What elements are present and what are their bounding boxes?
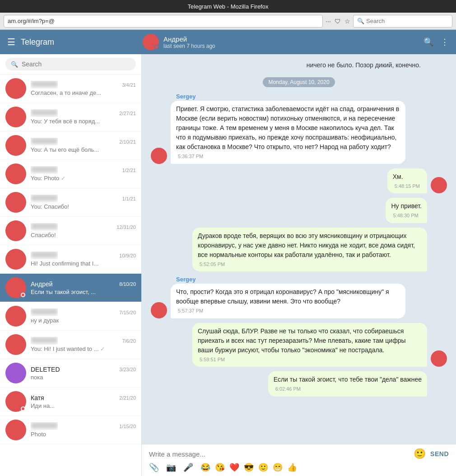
emoji-smile[interactable]: 🙂	[258, 462, 268, 472]
chat-preview-2: You: У тебя всё в поряд...	[31, 118, 136, 125]
msg-sender-5: Sergey	[176, 276, 405, 283]
msg-group-4: Дураков вроде тебя, верящих во всю эту м…	[151, 228, 447, 272]
chat-avatar-9	[5, 306, 26, 327]
chat-preview-10: You: Hi! I just wanted to ... ✓	[31, 345, 136, 352]
browser-search-text: Search	[366, 18, 385, 24]
chat-name-2	[31, 109, 58, 117]
address-bar[interactable]: am.org/#/im?p=@	[4, 15, 323, 28]
msg-time-2: 5:48:15 PM	[393, 182, 422, 190]
msg-text-7: Если ты такой эгоист, что тебе твои "дел…	[274, 376, 422, 383]
chat-item-5[interactable]: 1/1/21 You: Спасибо!	[0, 188, 141, 217]
chat-preview-6: Спасибо!	[31, 232, 136, 238]
msg-bubble-4: Дураков вроде тебя, верящих во всю эту м…	[192, 228, 427, 272]
sidebar-search-wrap[interactable]: 🔍	[5, 58, 136, 70]
chat-time-3: 2/10/21	[119, 139, 136, 145]
emoji-button[interactable]: 🙂	[414, 448, 426, 460]
tg-header-left: ☰ Telegram	[7, 37, 143, 47]
chat-name-1	[31, 81, 58, 89]
emoji-heart[interactable]: ❤️	[229, 462, 239, 472]
chat-time-11: 3/23/20	[119, 367, 136, 372]
msg-time-4: 5:52:05 PM	[198, 261, 422, 268]
msg-group-3: Ну привет. 5:48:30 PM	[151, 198, 447, 223]
partial-top-message: ничего не было. Позор дикий, конечно.	[151, 61, 447, 69]
sidebar-search-input[interactable]	[22, 61, 130, 68]
chat-time-1: 3/4/21	[122, 82, 136, 88]
titlebar: Telegram Web - Mozilla Firefox	[0, 0, 456, 13]
more-icon[interactable]: ···	[326, 18, 331, 25]
chat-item-10[interactable]: 7/6/20 You: Hi! I just wanted to ... ✓	[0, 331, 141, 359]
tg-contact-status: last seen 7 hours ago	[163, 43, 215, 49]
chat-item-11[interactable]: DELETED 3/23/20 пока	[0, 359, 141, 387]
msg-time-7: 6:02:46 PM	[274, 385, 422, 393]
online-indicator-12	[21, 406, 25, 411]
msg-avatar-sergey-1	[151, 148, 167, 164]
message-input[interactable]	[149, 450, 409, 458]
sidebar-search-icon: 🔍	[11, 61, 18, 68]
input-bottom-row: 📎 📷 🎤 😂 😘 ❤️ 😎 🙂 😁 👍	[149, 460, 449, 472]
chat-name-9	[31, 308, 58, 316]
search-icon: 🔍	[357, 18, 364, 24]
chat-content-3: 2/10/21 You: А ты его ещё боль...	[31, 138, 136, 153]
chat-avatar-4	[5, 163, 26, 184]
attachment-icon[interactable]: 📎	[149, 462, 159, 472]
chat-item-6[interactable]: 12/31/20 Спасибо!	[0, 217, 141, 245]
chat-avatar-7	[5, 249, 26, 270]
chat-item-7[interactable]: 10/9/20 Hi! Just confirming that I...	[0, 245, 141, 274]
tg-header: ☰ Telegram Андрей last seen 7 hours ago …	[0, 30, 456, 54]
msg-bubble-wrap-7: Если ты такой эгоист, что тебе твои "дел…	[268, 371, 427, 397]
chat-name-13	[31, 422, 58, 430]
msg-sender-1: Sergey	[176, 93, 405, 100]
chat-content-7: 10/9/20 Hi! Just confirming that I...	[31, 252, 136, 267]
chat-preview-1: Согласен, а то иначе де...	[31, 89, 136, 96]
chat-item-3[interactable]: 2/10/21 You: А ты его ещё боль...	[0, 131, 141, 160]
chat-time-6: 12/31/20	[116, 224, 136, 230]
chat-avatar-2	[5, 107, 26, 127]
search-icon-header[interactable]: 🔍	[423, 37, 433, 47]
msg-bubble-2: Хм. 5:48:15 PM	[387, 168, 427, 194]
tg-contact-name: Андрей	[163, 35, 215, 43]
hamburger-icon[interactable]: ☰	[7, 37, 15, 47]
chat-content-4: 1/2/21 You: Photo ✓	[31, 166, 136, 182]
tg-header-center[interactable]: Андрей last seen 7 hours ago	[143, 34, 423, 50]
emoji-kiss[interactable]: 😘	[215, 462, 225, 472]
mic-icon[interactable]: 🎤	[183, 462, 193, 472]
chat-item-1[interactable]: 3/4/21 Согласен, а то иначе де...	[0, 75, 141, 103]
chat-time-5: 1/1/21	[122, 196, 136, 201]
browser-search-bar[interactable]: 🔍 Search	[353, 15, 452, 28]
msg-avatar-andrey-2	[431, 350, 447, 367]
chat-messages: ничего не было. Позор дикий, конечно. Mo…	[142, 54, 456, 444]
chat-item-9[interactable]: 7/15/20 ну и дурак	[0, 302, 141, 331]
chat-preview-4: You: Photo ✓	[31, 175, 136, 182]
msg-time-1: 5:36:37 PM	[176, 153, 400, 160]
chat-preview-13: Photo	[31, 431, 136, 438]
chat-name-4	[31, 166, 58, 174]
chat-item-4[interactable]: 1/2/21 You: Photo ✓	[0, 160, 141, 188]
chat-item-8[interactable]: Андрей 8/10/20 Если ты такой эгоист, ...	[0, 274, 141, 302]
star-icon[interactable]: ☆	[344, 18, 350, 25]
emoji-laugh[interactable]: 😂	[200, 462, 210, 472]
chat-item-2[interactable]: 2/27/21 You: У тебя всё в поряд...	[0, 103, 141, 131]
more-icon-header[interactable]: ⋮	[441, 37, 449, 47]
emoji-grin[interactable]: 😁	[273, 462, 283, 472]
shield-icon[interactable]: 🛡	[335, 18, 341, 25]
emoji-cool[interactable]: 😎	[244, 462, 254, 472]
chat-content-1: 3/4/21 Согласен, а то иначе де...	[31, 81, 136, 96]
chat-time-2: 2/27/21	[119, 111, 136, 116]
chat-item-13[interactable]: 1/15/20 Photo	[0, 416, 141, 444]
msg-group-5: Sergey Что, прости? Когда это я отрицал …	[151, 276, 447, 318]
chat-avatar-1	[5, 78, 26, 99]
chat-preview-11: пока	[31, 374, 136, 381]
chat-content-9: 7/15/20 ну и дурак	[31, 308, 136, 324]
send-button[interactable]: SEND	[430, 450, 449, 457]
photo-icon[interactable]: 📷	[166, 462, 176, 472]
date-divider: Monday, August 10, 2020	[151, 78, 447, 86]
msg-bubble-7: Если ты такой эгоист, что тебе твои "дел…	[268, 371, 427, 397]
msg-text-2: Хм.	[393, 173, 403, 180]
chat-preview-7: Hi! Just confirming that I...	[31, 260, 136, 267]
chat-content-6: 12/31/20 Спасибо!	[31, 223, 136, 238]
emoji-thumbsup[interactable]: 👍	[287, 462, 297, 472]
chat-item-12[interactable]: Катя 2/21/20 Иди на...	[0, 387, 141, 416]
chat-time-9: 7/15/20	[119, 310, 136, 315]
chat-time-7: 10/9/20	[119, 253, 136, 258]
chat-name-6	[31, 223, 58, 231]
